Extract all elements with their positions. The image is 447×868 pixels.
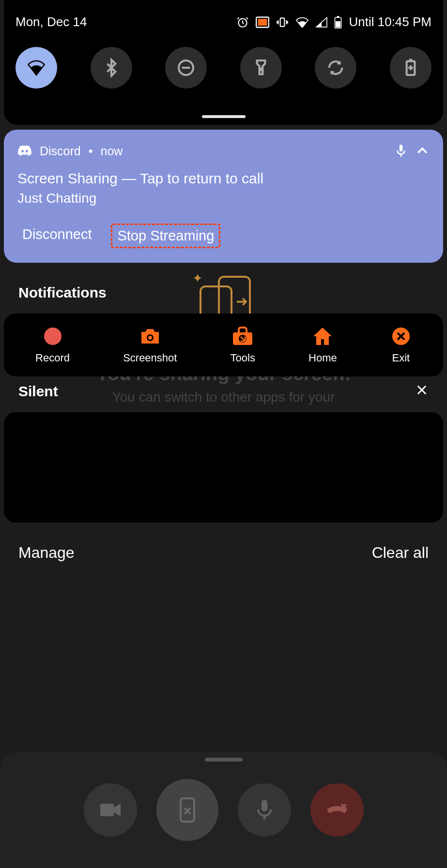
dnd-icon [176, 58, 196, 77]
call-bar-drag-handle[interactable] [205, 758, 243, 762]
notification-subtitle: Just Chatting [17, 191, 430, 206]
manage-button[interactable]: Manage [18, 544, 75, 562]
cast-icon [256, 16, 269, 28]
svg-rect-6 [336, 21, 341, 27]
camera-icon [139, 326, 161, 347]
svg-rect-18 [100, 804, 114, 816]
video-icon [99, 802, 122, 818]
hangup-icon [325, 800, 349, 820]
notifications-section-header: Notifications [18, 284, 107, 301]
svg-point-14 [148, 336, 152, 340]
clear-all-button[interactable]: Clear all [372, 544, 429, 562]
quick-settings-panel: Mon, Dec 14 Until 10:45 PM [4, 0, 443, 125]
svg-rect-5 [337, 16, 339, 17]
toggle-mic-button[interactable] [238, 783, 291, 837]
tools-label: Tools [231, 352, 255, 364]
alarm-icon [236, 16, 249, 29]
svg-point-12 [44, 328, 62, 345]
status-bar: Mon, Dec 14 Until 10:45 PM [15, 15, 432, 30]
discord-icon [17, 145, 32, 157]
wifi-icon [27, 58, 46, 77]
collapse-icon[interactable] [415, 144, 430, 158]
silent-section-header: Silent [18, 383, 58, 400]
record-button[interactable]: Record [35, 326, 70, 364]
bluetooth-tile[interactable] [91, 47, 132, 89]
screenshot-button[interactable]: Screenshot [123, 326, 177, 364]
bluetooth-icon [102, 58, 121, 77]
svg-rect-11 [400, 145, 403, 151]
home-label: Home [308, 352, 337, 364]
close-circle-icon [390, 326, 412, 347]
status-date: Mon, Dec 14 [15, 15, 87, 30]
notification-app-name: Discord [40, 144, 81, 158]
svg-rect-3 [280, 18, 285, 26]
svg-point-8 [260, 69, 262, 70]
stop-share-button[interactable] [156, 779, 218, 841]
vibrate-icon [276, 16, 289, 29]
background-subtitle: You can switch to other apps for your [112, 389, 335, 405]
notification-time: now [101, 144, 123, 158]
toggle-camera-button[interactable] [84, 783, 137, 837]
home-icon [312, 326, 333, 347]
notification-separator: • [89, 144, 93, 158]
rotate-tile[interactable] [315, 47, 356, 89]
notification-title: Screen Sharing — Tap to return to call [17, 170, 430, 187]
phone-stop-icon [178, 796, 197, 823]
call-controls-bar[interactable] [0, 752, 447, 868]
battery-saver-tile[interactable] [390, 47, 432, 89]
battery-saver-icon [401, 58, 420, 77]
svg-rect-10 [409, 59, 413, 61]
mic-icon[interactable] [395, 143, 407, 159]
flashlight-tile[interactable] [240, 47, 282, 89]
dismiss-silent-button[interactable] [415, 383, 429, 399]
discord-notification[interactable]: Discord • now Screen Sharing — Tap to re… [4, 130, 443, 263]
exit-label: Exit [392, 352, 410, 364]
microphone-icon [256, 799, 273, 821]
tools-button[interactable]: Tools [231, 326, 255, 364]
record-label: Record [35, 352, 70, 364]
close-icon [415, 383, 429, 397]
svg-rect-20 [262, 800, 267, 811]
disconnect-button[interactable]: Disconnect [17, 224, 96, 248]
rotate-icon [326, 58, 345, 77]
status-until: Until 10:45 PM [349, 15, 432, 30]
toolbox-icon [232, 326, 253, 347]
signal-icon [316, 17, 327, 28]
battery-icon [334, 16, 342, 29]
recorder-toolbar-notification: Record Screenshot Tools Home Exit [4, 314, 443, 376]
quick-settings-tiles [15, 47, 432, 89]
home-button[interactable]: Home [308, 326, 337, 364]
silent-notification-card[interactable] [4, 412, 443, 523]
stop-streaming-button[interactable]: Stop Streaming [111, 224, 220, 248]
screenshot-label: Screenshot [123, 352, 177, 364]
exit-button[interactable]: Exit [390, 326, 412, 364]
shade-drag-handle[interactable] [202, 115, 246, 118]
wifi-tile[interactable] [15, 47, 57, 89]
hangup-button[interactable] [310, 783, 364, 837]
svg-rect-2 [258, 19, 267, 26]
dnd-tile[interactable] [165, 47, 207, 89]
flashlight-icon [251, 58, 271, 77]
record-icon [42, 326, 63, 347]
wifi-status-icon [295, 17, 309, 28]
